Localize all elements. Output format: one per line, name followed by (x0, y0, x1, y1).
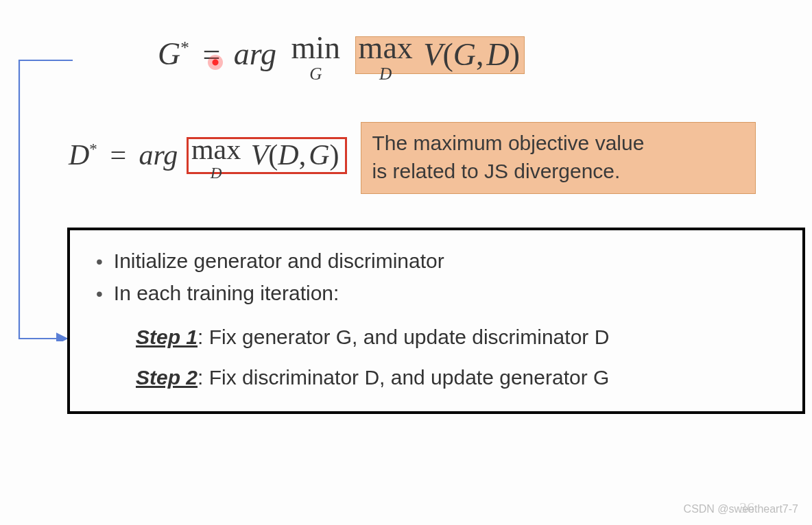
equation-d-star: D* = arg max D V(D,G) (69, 135, 347, 181)
comma: , (299, 139, 307, 171)
paren-open: ( (268, 139, 278, 171)
algo-bullet-iter: In each training iteration: (96, 278, 782, 310)
algo-step-1: Step 1: Fix generator G, and update disc… (136, 321, 782, 354)
algo-step-2: Step 2: Fix discriminator D, and update … (136, 362, 782, 394)
highlight-max-V: max D V(G,D) (355, 36, 525, 74)
connector-arrow (15, 59, 74, 341)
step1-text: : Fix generator G, and update discrimina… (198, 326, 609, 348)
step1-label: Step 1 (136, 326, 198, 348)
var-G: G (158, 37, 180, 72)
arg-text: arg (234, 37, 276, 72)
step2-text: : Fix discriminator D, and update genera… (198, 366, 609, 389)
func-V: V (423, 37, 442, 72)
paren-open: ( (442, 37, 453, 72)
arg-D: D (486, 37, 509, 72)
step2-label: Step 2 (136, 366, 198, 389)
note-line2: is related to JS divergence. (372, 160, 621, 182)
red-highlight-max-V: max D V(D,G) (187, 137, 347, 174)
paren-close: ) (510, 37, 520, 72)
arg-text: arg (139, 139, 178, 171)
max-operator: max D (359, 32, 413, 82)
algo-bullet-init: Initialize generator and discriminator (96, 245, 782, 278)
comma: , (476, 37, 484, 72)
func-V: V (251, 139, 269, 171)
watermark: CSDN @sweetheart7-7 (684, 503, 798, 515)
min-operator: min G (291, 32, 341, 82)
superscript-star: * (180, 38, 189, 57)
arg-G: G (309, 139, 329, 171)
superscript-star: * (89, 140, 97, 158)
var-D: D (69, 139, 89, 171)
max-operator: max D (191, 135, 241, 181)
laser-pointer-icon (208, 55, 223, 70)
callout-js-divergence: The maximum objective value is related t… (361, 122, 756, 194)
equation-d-star-row: D* = arg max D V(D,G) The maximum object… (69, 122, 756, 194)
note-line1: The maximum objective value (372, 132, 645, 154)
arg-D: D (278, 139, 298, 171)
algorithm-box: Initialize generator and discriminator I… (67, 228, 805, 414)
paren-close: ) (330, 139, 339, 171)
equals-sign: = (110, 139, 126, 171)
arg-G: G (453, 37, 476, 72)
